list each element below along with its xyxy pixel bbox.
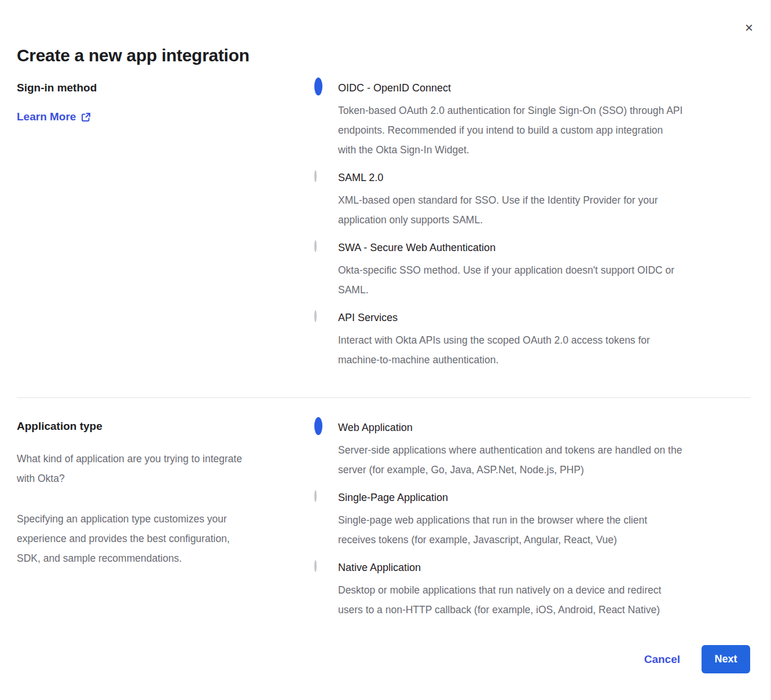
option-desc-line: machine-to-machine authentication. (338, 350, 650, 370)
page-title: Create a new app integration (17, 46, 249, 65)
radio-swa[interactable] (314, 240, 317, 252)
option-label: Native Application (338, 561, 661, 574)
option-saml[interactable]: SAML 2.0 XML-based open standard for SSO… (314, 171, 754, 230)
option-swa[interactable]: SWA - Secure Web Authentication Okta-spe… (314, 241, 754, 300)
radio-single-page-application[interactable] (314, 490, 317, 502)
option-desc-line: Token-based OAuth 2.0 authentication for… (338, 101, 682, 120)
external-link-icon (81, 112, 91, 122)
next-button[interactable]: Next (702, 645, 750, 673)
application-type-heading: Application type (17, 420, 309, 433)
learn-more-link[interactable]: Learn More (17, 110, 91, 123)
intro-line: Specifying an application type customize… (17, 509, 309, 529)
option-native-application[interactable]: Native Application Desktop or mobile app… (314, 561, 754, 620)
intro-line: SDK, and sample recommendations. (17, 548, 309, 568)
cancel-button[interactable]: Cancel (644, 653, 680, 666)
option-desc-line: Okta-specific SSO method. Use if your ap… (338, 260, 674, 280)
option-label: SWA - Secure Web Authentication (338, 241, 674, 255)
signin-method-left-column: Sign-in method Learn More (17, 82, 309, 123)
option-desc-line: server (for example, Go, Java, ASP.Net, … (338, 460, 682, 480)
signin-method-options: OIDC - OpenID Connect Token-based OAuth … (314, 81, 754, 381)
option-desc-line: endpoints. Recommended if you intend to … (338, 120, 682, 140)
option-desc-line: Server-side applications where authentic… (338, 440, 682, 460)
option-desc-line: users to a non-HTTP callback (for exampl… (338, 600, 661, 620)
option-oidc[interactable]: OIDC - OpenID Connect Token-based OAuth … (314, 81, 754, 160)
learn-more-label: Learn More (17, 110, 76, 123)
radio-api-services[interactable] (314, 310, 317, 322)
option-desc-line: XML-based open standard for SSO. Use if … (338, 190, 658, 210)
option-desc-line: application only supports SAML. (338, 210, 658, 230)
intro-line: experience and provides the best configu… (17, 529, 309, 548)
option-label: OIDC - OpenID Connect (338, 81, 682, 95)
option-label: Web Application (338, 421, 682, 434)
option-desc-line: Desktop or mobile applications that run … (338, 580, 661, 600)
option-single-page-application[interactable]: Single-Page Application Single-page web … (314, 491, 754, 550)
radio-oidc[interactable] (314, 78, 322, 95)
application-type-intro-2: Specifying an application type customize… (17, 509, 309, 568)
intro-line: with Okta? (17, 469, 309, 488)
radio-web-application[interactable] (314, 417, 322, 435)
option-desc-line: Single-page web applications that run in… (338, 510, 647, 530)
create-app-integration-modal: × Create a new app integration Sign-in m… (0, 0, 771, 700)
close-icon[interactable]: × (745, 21, 753, 35)
option-api-services[interactable]: API Services Interact with Okta APIs usi… (314, 311, 754, 370)
intro-line: What kind of application are you trying … (17, 449, 309, 469)
application-type-intro-1: What kind of application are you trying … (17, 449, 309, 488)
radio-saml[interactable] (314, 170, 317, 182)
option-desc-line: Interact with Okta APIs using the scoped… (338, 330, 650, 350)
option-desc-line: receives tokens (for example, Javascript… (338, 530, 647, 550)
section-divider (17, 397, 751, 398)
option-desc-line: SAML. (338, 280, 674, 300)
option-label: API Services (338, 311, 650, 325)
radio-native-application[interactable] (314, 560, 317, 572)
option-label: SAML 2.0 (338, 171, 658, 185)
option-web-application[interactable]: Web Application Server-side applications… (314, 421, 754, 480)
option-label: Single-Page Application (338, 491, 647, 504)
application-type-options: Web Application Server-side applications… (314, 421, 754, 631)
option-desc-line: with the Okta Sign-In Widget. (338, 140, 682, 160)
application-type-left-column: Application type What kind of applicatio… (17, 420, 309, 568)
signin-method-heading: Sign-in method (17, 82, 309, 94)
modal-footer: Cancel Next (644, 645, 750, 673)
